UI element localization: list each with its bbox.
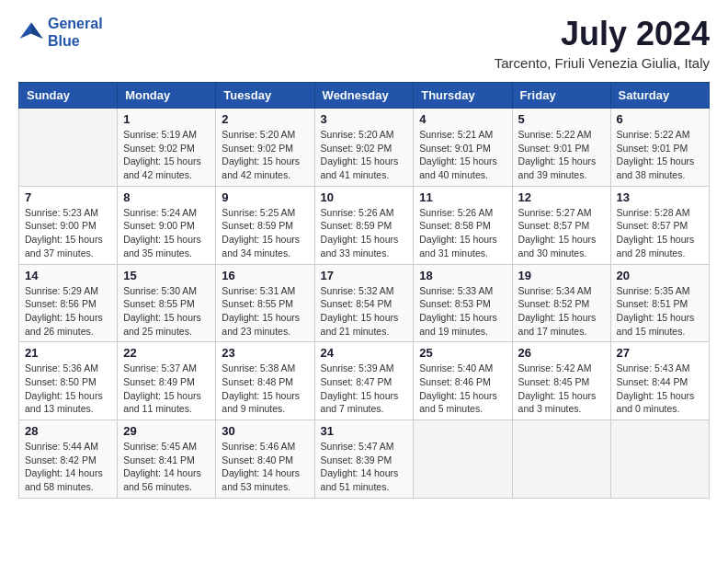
calendar-cell xyxy=(512,420,610,499)
calendar-cell: 27Sunrise: 5:43 AMSunset: 8:44 PMDayligh… xyxy=(610,342,709,420)
calendar-cell: 13Sunrise: 5:28 AMSunset: 8:57 PMDayligh… xyxy=(610,186,709,264)
day-info: Sunrise: 5:32 AMSunset: 8:54 PMDaylight:… xyxy=(321,284,408,339)
calendar-body: 1Sunrise: 5:19 AMSunset: 9:02 PMDaylight… xyxy=(19,109,710,499)
day-info: Sunrise: 5:38 AMSunset: 8:48 PMDaylight:… xyxy=(222,362,308,416)
day-number: 23 xyxy=(222,346,308,360)
title-area: July 2024 Tarcento, Friuli Venezia Giuli… xyxy=(495,15,710,71)
day-info: Sunrise: 5:46 AMSunset: 8:40 PMDaylight:… xyxy=(222,440,308,494)
day-number: 29 xyxy=(123,424,210,438)
calendar-cell: 25Sunrise: 5:40 AMSunset: 8:46 PMDayligh… xyxy=(414,342,512,420)
calendar-cell: 20Sunrise: 5:35 AMSunset: 8:51 PMDayligh… xyxy=(610,264,709,342)
day-number: 28 xyxy=(25,424,111,438)
day-info: Sunrise: 5:26 AMSunset: 8:59 PMDaylight:… xyxy=(321,206,408,260)
week-row-1: 1Sunrise: 5:19 AMSunset: 9:02 PMDaylight… xyxy=(19,109,710,187)
calendar-cell: 2Sunrise: 5:20 AMSunset: 9:02 PMDaylight… xyxy=(216,109,314,187)
day-info: Sunrise: 5:19 AMSunset: 9:02 PMDaylight:… xyxy=(123,128,210,182)
day-number: 26 xyxy=(518,346,605,360)
calendar-cell: 15Sunrise: 5:30 AMSunset: 8:55 PMDayligh… xyxy=(118,264,216,342)
calendar-cell: 10Sunrise: 5:26 AMSunset: 8:59 PMDayligh… xyxy=(314,186,414,264)
day-info: Sunrise: 5:31 AMSunset: 8:55 PMDaylight:… xyxy=(222,284,308,339)
calendar-cell: 7Sunrise: 5:23 AMSunset: 9:00 PMDaylight… xyxy=(19,186,118,264)
day-info: Sunrise: 5:45 AMSunset: 8:41 PMDaylight:… xyxy=(123,440,210,494)
calendar-cell: 19Sunrise: 5:34 AMSunset: 8:52 PMDayligh… xyxy=(512,264,610,342)
day-number: 10 xyxy=(321,190,408,204)
day-info: Sunrise: 5:44 AMSunset: 8:42 PMDaylight:… xyxy=(25,440,111,494)
calendar-cell: 5Sunrise: 5:22 AMSunset: 9:01 PMDaylight… xyxy=(512,109,610,187)
calendar-cell: 4Sunrise: 5:21 AMSunset: 9:01 PMDaylight… xyxy=(414,109,512,187)
calendar-header: SundayMondayTuesdayWednesdayThursdayFrid… xyxy=(19,83,710,109)
main-title: July 2024 xyxy=(495,15,710,53)
logo-bird-icon xyxy=(18,19,44,45)
day-info: Sunrise: 5:22 AMSunset: 9:01 PMDaylight:… xyxy=(518,128,605,182)
day-info: Sunrise: 5:28 AMSunset: 8:57 PMDaylight:… xyxy=(617,206,703,260)
header-area: General Blue July 2024 Tarcento, Friuli … xyxy=(18,15,710,71)
day-info: Sunrise: 5:27 AMSunset: 8:57 PMDaylight:… xyxy=(518,206,605,260)
day-info: Sunrise: 5:43 AMSunset: 8:44 PMDaylight:… xyxy=(617,362,703,416)
day-number: 7 xyxy=(25,190,111,204)
weekday-header-friday: Friday xyxy=(512,83,610,109)
day-number: 17 xyxy=(321,269,408,282)
calendar-cell: 24Sunrise: 5:39 AMSunset: 8:47 PMDayligh… xyxy=(314,342,414,420)
week-row-5: 28Sunrise: 5:44 AMSunset: 8:42 PMDayligh… xyxy=(19,420,710,499)
day-number: 3 xyxy=(321,112,408,126)
day-info: Sunrise: 5:36 AMSunset: 8:50 PMDaylight:… xyxy=(25,362,111,416)
calendar-cell: 14Sunrise: 5:29 AMSunset: 8:56 PMDayligh… xyxy=(19,264,118,342)
calendar-cell: 17Sunrise: 5:32 AMSunset: 8:54 PMDayligh… xyxy=(314,264,414,342)
day-number: 27 xyxy=(617,346,703,360)
calendar-cell: 12Sunrise: 5:27 AMSunset: 8:57 PMDayligh… xyxy=(512,186,610,264)
calendar-cell: 18Sunrise: 5:33 AMSunset: 8:53 PMDayligh… xyxy=(414,264,512,342)
day-number: 13 xyxy=(617,190,703,204)
calendar-cell: 9Sunrise: 5:25 AMSunset: 8:59 PMDaylight… xyxy=(216,186,314,264)
day-info: Sunrise: 5:25 AMSunset: 8:59 PMDaylight:… xyxy=(222,206,308,260)
calendar-cell: 30Sunrise: 5:46 AMSunset: 8:40 PMDayligh… xyxy=(216,420,314,499)
day-number: 5 xyxy=(518,112,605,126)
calendar-cell: 28Sunrise: 5:44 AMSunset: 8:42 PMDayligh… xyxy=(19,420,118,499)
calendar-cell: 16Sunrise: 5:31 AMSunset: 8:55 PMDayligh… xyxy=(216,264,314,342)
day-number: 11 xyxy=(419,190,506,204)
logo-text: General Blue xyxy=(48,15,103,50)
day-number: 14 xyxy=(25,269,111,282)
logo: General Blue xyxy=(18,15,103,50)
day-number: 21 xyxy=(25,346,111,360)
calendar-cell: 26Sunrise: 5:42 AMSunset: 8:45 PMDayligh… xyxy=(512,342,610,420)
day-number: 18 xyxy=(419,269,506,282)
week-row-4: 21Sunrise: 5:36 AMSunset: 8:50 PMDayligh… xyxy=(19,342,710,420)
calendar-cell xyxy=(19,109,118,187)
calendar-cell: 21Sunrise: 5:36 AMSunset: 8:50 PMDayligh… xyxy=(19,342,118,420)
day-number: 20 xyxy=(617,269,703,282)
day-number: 31 xyxy=(321,424,408,438)
week-row-3: 14Sunrise: 5:29 AMSunset: 8:56 PMDayligh… xyxy=(19,264,710,342)
page-container: General Blue July 2024 Tarcento, Friuli … xyxy=(18,15,710,499)
day-info: Sunrise: 5:20 AMSunset: 9:02 PMDaylight:… xyxy=(321,128,408,182)
day-number: 6 xyxy=(617,112,703,126)
weekday-header-monday: Monday xyxy=(118,83,216,109)
day-info: Sunrise: 5:23 AMSunset: 9:00 PMDaylight:… xyxy=(25,206,111,260)
calendar-cell: 29Sunrise: 5:45 AMSunset: 8:41 PMDayligh… xyxy=(118,420,216,499)
weekday-header-tuesday: Tuesday xyxy=(216,83,314,109)
calendar-table: SundayMondayTuesdayWednesdayThursdayFrid… xyxy=(18,82,710,499)
calendar-cell: 6Sunrise: 5:22 AMSunset: 9:01 PMDaylight… xyxy=(610,109,709,187)
day-info: Sunrise: 5:21 AMSunset: 9:01 PMDaylight:… xyxy=(419,128,506,182)
day-info: Sunrise: 5:26 AMSunset: 8:58 PMDaylight:… xyxy=(419,206,506,260)
calendar-cell xyxy=(610,420,709,499)
day-info: Sunrise: 5:34 AMSunset: 8:52 PMDaylight:… xyxy=(518,284,605,339)
day-number: 1 xyxy=(123,112,210,126)
calendar-cell: 3Sunrise: 5:20 AMSunset: 9:02 PMDaylight… xyxy=(314,109,414,187)
day-info: Sunrise: 5:24 AMSunset: 9:00 PMDaylight:… xyxy=(123,206,210,260)
day-number: 22 xyxy=(123,346,210,360)
calendar-cell: 31Sunrise: 5:47 AMSunset: 8:39 PMDayligh… xyxy=(314,420,414,499)
day-info: Sunrise: 5:39 AMSunset: 8:47 PMDaylight:… xyxy=(321,362,408,416)
day-number: 8 xyxy=(123,190,210,204)
weekday-header-wednesday: Wednesday xyxy=(314,83,414,109)
calendar-cell: 11Sunrise: 5:26 AMSunset: 8:58 PMDayligh… xyxy=(414,186,512,264)
calendar-cell: 1Sunrise: 5:19 AMSunset: 9:02 PMDaylight… xyxy=(118,109,216,187)
weekday-header-saturday: Saturday xyxy=(610,83,709,109)
day-info: Sunrise: 5:30 AMSunset: 8:55 PMDaylight:… xyxy=(123,284,210,339)
day-number: 9 xyxy=(222,190,308,204)
day-info: Sunrise: 5:35 AMSunset: 8:51 PMDaylight:… xyxy=(617,284,703,339)
day-info: Sunrise: 5:42 AMSunset: 8:45 PMDaylight:… xyxy=(518,362,605,416)
day-number: 25 xyxy=(419,346,506,360)
calendar-cell: 22Sunrise: 5:37 AMSunset: 8:49 PMDayligh… xyxy=(118,342,216,420)
day-number: 4 xyxy=(419,112,506,126)
header-row: SundayMondayTuesdayWednesdayThursdayFrid… xyxy=(19,83,710,109)
